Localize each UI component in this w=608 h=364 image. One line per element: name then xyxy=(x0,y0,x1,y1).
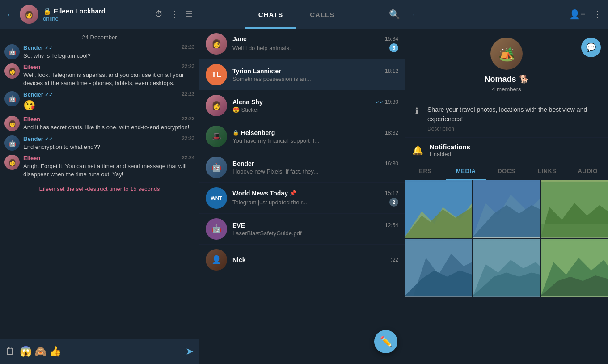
tab-media[interactable]: MEDIA xyxy=(446,163,486,180)
unread-badge: 5 xyxy=(389,43,398,52)
right-panel: ← 👤+ ⋮ 💬 🏕️ Nomads 🐕 4 members ℹ Share y… xyxy=(405,0,608,364)
chat-time: :22 xyxy=(391,257,398,263)
sticker-button[interactable]: 🗒 xyxy=(5,346,15,357)
avatar: 👩 xyxy=(4,116,20,131)
msg-sender: Bender 22:23 ✓✓ xyxy=(23,91,194,98)
emoji-1: 😱 xyxy=(20,346,32,357)
chat-preview: I looove new Pixels! If fact, they... xyxy=(232,168,318,175)
msg-content: Eileen 22:24 Arrgh. Forget it. You can s… xyxy=(23,155,194,178)
info-icon: ℹ xyxy=(412,106,421,116)
media-thumb[interactable] xyxy=(405,239,472,297)
chat-item[interactable]: 🤖 EVE 12:54 LaserBlastSafetyGuide.pdf xyxy=(199,214,405,245)
right-header: ← 👤+ ⋮ xyxy=(405,0,608,29)
avatar: 🤖 xyxy=(4,44,20,59)
chat-name: 🔒 Heisenberg xyxy=(232,129,275,136)
chat-item-body: Jane 15:34 Well I do help animals. 5 xyxy=(232,35,398,52)
tab-calls[interactable]: CALLS xyxy=(296,0,348,29)
avatar: 👩 xyxy=(206,33,227,55)
notifications-row: 🔔 Notifications Enabled xyxy=(405,138,608,163)
chat-item-body: Nick :22 xyxy=(232,256,398,263)
chat-time: 15:12 xyxy=(385,190,398,196)
description-row: ℹ Share your travel photos, locations wi… xyxy=(405,100,608,138)
chat-time: 12:54 xyxy=(385,222,398,229)
chat-time: 16:30 xyxy=(385,161,398,167)
tab-docs[interactable]: DOCS xyxy=(486,163,527,180)
chat-item[interactable]: WNT World News Today 📌 15:12 Telegram ju… xyxy=(199,183,405,214)
avatar: 🤖 xyxy=(206,157,227,178)
search-icon[interactable]: 🔍 xyxy=(389,9,400,20)
msg-time: 22:23 xyxy=(182,116,194,121)
tab-chats[interactable]: CHATS xyxy=(245,0,297,29)
user-status: online xyxy=(43,15,151,22)
back-button[interactable]: ← xyxy=(411,9,420,20)
msg-check: ✓✓ xyxy=(45,136,53,142)
tab-members[interactable]: ERS xyxy=(405,163,446,180)
chat-item[interactable]: 👩 Jane 15:34 Well I do help animals. 5 xyxy=(199,29,405,59)
msg-check: ✓✓ xyxy=(45,92,53,97)
chat-name: Jane xyxy=(232,35,247,42)
chat-name: Bender xyxy=(232,160,254,167)
chat-item-body: Tyrion Lannister 18:12 Sometimes possess… xyxy=(232,68,398,82)
message-row: 👩 Eileen 22:23 Well, look. Telegram is s… xyxy=(4,63,194,87)
notifications-text: Notifications Enabled xyxy=(430,143,601,157)
message-row: 🤖 Bender 22:23 ✓✓ End encryption to what… xyxy=(4,135,194,151)
description-content: Share your travel photos, locations with… xyxy=(427,105,601,124)
more-options-icon[interactable]: ⋮ xyxy=(593,9,602,20)
chat-item[interactable]: 🎩 🔒 Heisenberg 18:32 You have my financi… xyxy=(199,121,405,152)
group-members: 4 members xyxy=(492,86,521,93)
add-user-icon[interactable]: 👤+ xyxy=(569,9,586,20)
menu-icon[interactable]: ☰ xyxy=(186,9,193,19)
compose-button[interactable]: 💬 xyxy=(581,38,601,57)
group-emoji: 🐕 xyxy=(519,74,529,84)
back-button[interactable]: ← xyxy=(6,9,15,20)
chat-time: 18:32 xyxy=(385,130,398,136)
more-icon[interactable]: ⋮ xyxy=(170,9,178,19)
notifications-label: Notifications xyxy=(430,143,601,151)
avatar: 👩 xyxy=(4,63,20,79)
emoji-2: 🙈 xyxy=(34,346,46,357)
msg-time: 22:24 xyxy=(182,155,194,160)
unread-badge: 2 xyxy=(389,198,398,207)
avatar: WNT xyxy=(206,187,227,209)
avatar: 👩 xyxy=(4,155,20,170)
msg-sender: Bender 22:23 ✓✓ xyxy=(23,135,194,142)
chat-preview: You have my financial support if... xyxy=(232,137,319,144)
message-row: 👩 Eileen 22:23 And it has secret chats, … xyxy=(4,116,194,131)
msg-content: Eileen 22:23 And it has secret chats, li… xyxy=(23,116,194,131)
mid-icons: 🔍 xyxy=(389,9,400,20)
timer-icon[interactable]: ⏱ xyxy=(155,9,163,19)
media-thumb[interactable] xyxy=(541,239,608,297)
chat-item[interactable]: 🤖 Bender 16:30 I looove new Pixels! If f… xyxy=(199,152,405,183)
msg-text: Well, look. Telegram is superfast and yo… xyxy=(23,71,194,87)
chat-item[interactable]: 👤 Nick :22 xyxy=(199,245,405,275)
media-thumb[interactable] xyxy=(405,180,472,238)
msg-time: 22:23 xyxy=(182,44,194,50)
msg-time: 22:23 xyxy=(182,63,194,69)
bell-icon: 🔔 xyxy=(412,145,423,156)
tab-links[interactable]: LINKS xyxy=(527,163,567,180)
chat-item[interactable]: 👩 Alena Shy ✓✓ 19:30 😍 Sticker xyxy=(199,90,405,121)
chat-list: 👩 Jane 15:34 Well I do help animals. 5 T… xyxy=(199,29,405,364)
media-thumb[interactable] xyxy=(473,239,540,297)
media-tabs: ERS MEDIA DOCS LINKS AUDIO xyxy=(405,163,608,180)
media-thumb[interactable] xyxy=(473,180,540,238)
chat-item[interactable]: TL Tyrion Lannister 18:12 Sometimes poss… xyxy=(199,59,405,90)
group-info-section: 💬 🏕️ Nomads 🐕 4 members xyxy=(405,29,608,100)
message-row: 👩 Eileen 22:24 Arrgh. Forget it. You can… xyxy=(4,155,194,178)
compose-fab[interactable]: ✏️ xyxy=(374,330,397,353)
avatar: 🤖 xyxy=(206,218,227,240)
chat-item-body: 🔒 Heisenberg 18:32 You have my financial… xyxy=(232,129,398,144)
chat-name: World News Today 📌 xyxy=(232,190,296,197)
user-info: 🔒 Eileen Lockhard online xyxy=(43,7,151,22)
chat-item-body: Bender 16:30 I looove new Pixels! If fac… xyxy=(232,160,398,175)
msg-content: Bender 22:23 ✓✓ 😘 xyxy=(23,91,194,113)
tab-audio[interactable]: AUDIO xyxy=(567,163,608,180)
chat-name: Tyrion Lannister xyxy=(232,68,281,75)
chat-preview: Telegram just updated their... xyxy=(232,199,307,206)
system-message: Eileen set the self-destruct timer to 15… xyxy=(4,182,194,196)
chat-messages: 24 December 🤖 Bender 22:23 ✓✓ So, why is… xyxy=(0,29,199,339)
send-button[interactable]: ➤ xyxy=(186,346,194,357)
media-thumb[interactable] xyxy=(541,180,608,238)
chat-preview: Well I do help animals. xyxy=(232,45,291,51)
group-name: Nomads 🐕 xyxy=(484,74,528,84)
